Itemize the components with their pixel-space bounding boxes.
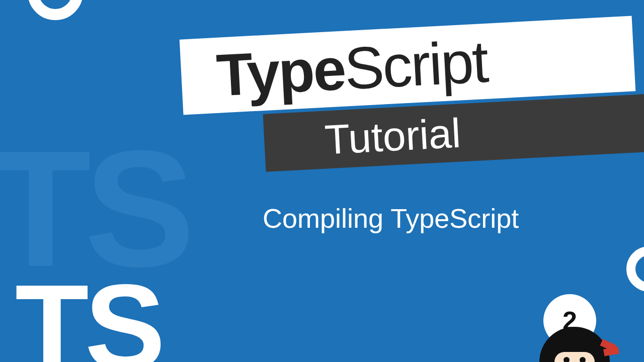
decoration-circle-top xyxy=(28,0,83,20)
decoration-circle-right xyxy=(626,246,644,292)
ninja-mascot-icon xyxy=(539,327,610,362)
title-bold-part: Type xyxy=(215,35,346,110)
foreground-ts-logo: TS xyxy=(15,266,162,362)
lesson-topic: Compiling TypeScript xyxy=(263,203,519,234)
title-light-part: Script xyxy=(343,27,489,103)
subtitle-text: Tutorial xyxy=(324,109,462,163)
